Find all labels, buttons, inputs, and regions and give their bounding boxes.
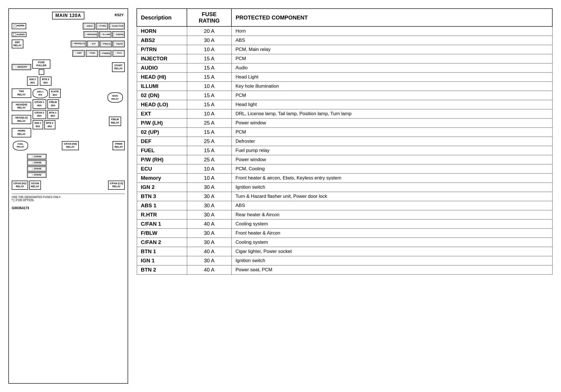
cell-protected-component: Ignition switch — [231, 256, 552, 265]
cell-description: BTN 1 — [137, 247, 187, 256]
table-row: C/FAN 230 ACooling system — [137, 238, 552, 247]
cell-fuse-rating: 15 A — [187, 63, 231, 73]
cell-protected-component: Power seat, PCM — [231, 265, 552, 275]
cell-protected-component: Power window — [231, 119, 552, 128]
cell-description: IGN 1 — [137, 256, 187, 265]
cell-fuse-rating: 10 A — [187, 45, 231, 54]
header-description: Description — [137, 9, 187, 26]
tns-relay: TNSRELAY — [12, 88, 31, 98]
cell-description: 02 (UP) — [137, 128, 187, 137]
o2up-fuse: □ O2(UP) — [113, 41, 125, 47]
cell-description: EXT — [137, 109, 187, 119]
cell-description: BTN 3 — [137, 192, 187, 201]
pwrh-fuse: □ P/W(RH) — [99, 50, 111, 57]
table-row: DEF25 ADefroster — [137, 137, 552, 146]
cell-fuse-rating: 15 A — [187, 91, 231, 100]
cell-protected-component: Cooling system — [231, 220, 552, 229]
pwin-relay: P/WINRELAY — [113, 141, 125, 150]
cell-fuse-rating: 25 A — [187, 155, 231, 164]
acon-relay: A/CONRELAY — [29, 181, 41, 190]
horn-relay: HORNRELAY — [12, 128, 31, 137]
table-row: ECU10 APCM, Cooling — [137, 164, 552, 174]
cell-protected-component: Key hole illumination — [231, 82, 552, 91]
fuse-table-panel: Description FUSE RATING PROTECTED COMPON… — [136, 8, 553, 384]
cfan-h1-relay: C/FAN (H1)RELAY — [12, 181, 28, 190]
injector-fuse: □ INJECTOR — [109, 23, 125, 29]
fuse-puller: FUSEPULLER — [32, 60, 50, 69]
head-hi-relay: HEAD(HI)RELAY — [12, 102, 31, 111]
cell-description: INJECTOR — [137, 54, 187, 63]
cell-description: C/FAN 2 — [137, 238, 187, 247]
ign2-fuse: IGN 230A — [27, 77, 38, 86]
diagram-header: MAIN 120A K52Y — [12, 12, 125, 19]
cell-fuse-rating: 40 A — [187, 265, 231, 275]
header-protected-component: PROTECTED COMPONENT — [231, 9, 552, 26]
cell-protected-component: Head light — [231, 100, 552, 109]
pwlh-fuse: □ P/W(LH) — [100, 41, 112, 47]
spare-2: □ SPARE — [27, 160, 47, 166]
btn3-fuse: BTN 340A — [40, 77, 52, 86]
fuse-row-2: AUDIO □ HEAD(HI) □ ILLUMI □ O2(DN) — [12, 31, 125, 38]
cell-description: BTN 2 — [137, 265, 187, 275]
cell-description: R.HTR — [137, 210, 187, 220]
fuse-row-1: HORN □ ABS2 □ P/TRN □ INJECTOR — [12, 23, 125, 29]
table-row: P/TRN10 APCM, Main relay — [137, 45, 552, 54]
cell-description: P/W (LH) — [137, 119, 187, 128]
audio-side-label: AUDIO — [12, 32, 26, 37]
cell-protected-component: Audio — [231, 63, 552, 73]
cell-fuse-rating: 30 A — [187, 201, 231, 210]
cfan2-fuse: C/FAN 230A — [33, 110, 46, 119]
table-row: EXT10 ADRL, License lamp, Tail lamp, Pos… — [137, 109, 552, 119]
def-relay-label: DEFRELAY — [12, 40, 23, 48]
cell-protected-component: PCM — [231, 128, 552, 137]
cell-fuse-rating: 30 A — [187, 192, 231, 201]
cell-protected-component: Horn — [231, 26, 552, 36]
cell-description: IGN 2 — [137, 183, 187, 192]
cell-description: HEAD (HI) — [137, 73, 187, 82]
cell-protected-component: Rear heater & Aircon — [231, 210, 552, 220]
cell-protected-component: DRL, License lamp, Tail lamp, Position l… — [231, 109, 552, 119]
btn2-fuse: BTN 240A — [44, 120, 55, 129]
cfan-lo-relay: C/FAN (LO)RELAY — [108, 181, 125, 190]
cell-description: ABS 1 — [137, 201, 187, 210]
cell-fuse-rating: 40 A — [187, 247, 231, 256]
main-relay: MAINRELAY — [108, 92, 123, 103]
table-row: AUDIO15 AAudio — [137, 63, 552, 73]
cell-protected-component: PCM, Main relay — [231, 45, 552, 54]
table-row: ABS230 AABS — [137, 36, 552, 45]
cell-protected-component: ABS — [231, 36, 552, 45]
fuse-table: Description FUSE RATING PROTECTED COMPON… — [136, 8, 553, 275]
headhi-fuse: □ HEAD(HI) — [84, 31, 98, 38]
cell-description: P/TRN — [137, 45, 187, 54]
btn1-fuse: BTN 140A — [47, 110, 58, 119]
table-row: F/BLW30 AFront heater & Aircon — [137, 229, 552, 238]
cell-description: Memory — [137, 174, 187, 183]
o2dn-fuse: □ O2(DN) — [112, 31, 125, 38]
fuse-diagram-panel: MAIN 120A K52Y HORN □ ABS2 □ P/TRN — [8, 8, 128, 384]
table-row: ABS 130 AABS — [137, 201, 552, 210]
fuel-fuse: □ FUEL — [86, 50, 98, 57]
def-fuse: □ DEF — [72, 50, 85, 57]
fblw-fuse: F/BLW30A — [47, 99, 59, 109]
spare-1: □ SPARE — [27, 154, 47, 159]
fuse-row-3: DEFRELAY □ HEAD(LO) □ EXT □ P/W(LH) □ O2… — [12, 40, 125, 48]
cell-description: FUEL — [137, 146, 187, 155]
table-row: P/W (RH)25 APower window — [137, 155, 552, 164]
cell-description: ECU — [137, 164, 187, 174]
horn-side-label: HORN — [12, 23, 26, 29]
table-header-row: Description FUSE RATING PROTECTED COMPON… — [137, 9, 552, 26]
table-row: 02 (DN)15 APCM — [137, 91, 552, 100]
code-k52y: K52Y — [114, 13, 124, 17]
cell-protected-component: Cooling system — [231, 238, 552, 247]
cell-protected-component: PCM — [231, 54, 552, 63]
cell-protected-component: PCM — [231, 91, 552, 100]
cell-description: HEAD (LO) — [137, 100, 187, 109]
table-row: ILLUMI10 AKey hole illumination — [137, 82, 552, 91]
ign1-fuse: IGN 130A — [33, 120, 43, 129]
cell-fuse-rating: 30 A — [187, 210, 231, 220]
cell-fuse-rating: 10 A — [187, 174, 231, 183]
table-row: C/FAN 140 ACooling system — [137, 220, 552, 229]
illumi-fuse: □ ILLUMI — [99, 31, 111, 38]
ext-fuse: □ EXT — [87, 41, 99, 47]
table-row: INJECTOR15 APCM — [137, 54, 552, 63]
